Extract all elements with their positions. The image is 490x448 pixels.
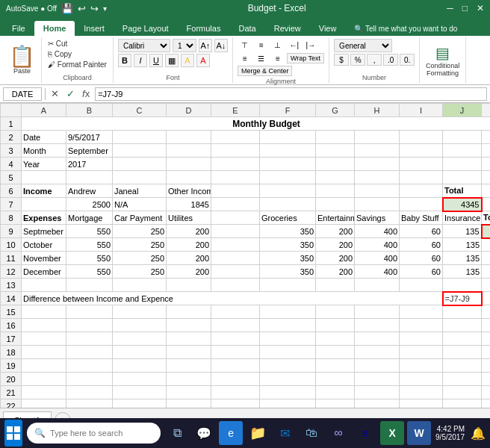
cell-G10[interactable]: 200 xyxy=(316,238,355,252)
cell-E20[interactable] xyxy=(211,373,260,386)
cell-D2[interactable] xyxy=(167,131,211,144)
cell-E17[interactable] xyxy=(211,332,260,346)
cell-C9[interactable]: 250 xyxy=(113,225,167,238)
excel-icon[interactable]: X xyxy=(380,421,404,445)
cell-reference-box[interactable] xyxy=(3,87,42,101)
cell-G4[interactable] xyxy=(316,158,355,171)
cell-F12[interactable]: 350 xyxy=(260,265,316,279)
cell-B2[interactable]: 9/5/2017 xyxy=(66,131,113,144)
cell-K16[interactable] xyxy=(482,319,491,332)
col-header-G[interactable]: G xyxy=(316,104,355,117)
cell-E12[interactable] xyxy=(211,265,260,279)
cell-K19[interactable] xyxy=(482,359,491,373)
cell-C5[interactable] xyxy=(113,171,167,184)
edge-icon[interactable]: e xyxy=(219,421,243,445)
wrap-text-button[interactable]: Wrap Text xyxy=(287,53,324,63)
tab-view[interactable]: View xyxy=(310,21,346,36)
cell-C22[interactable] xyxy=(113,399,167,408)
cell-J4[interactable] xyxy=(443,158,482,171)
cell-D18[interactable] xyxy=(167,346,211,359)
cell-J5[interactable] xyxy=(443,171,482,184)
cell-B15[interactable] xyxy=(66,305,113,319)
cell-A7[interactable] xyxy=(22,198,66,211)
cell-J20[interactable] xyxy=(443,373,482,386)
cell-A18[interactable] xyxy=(22,346,66,359)
cell-B10[interactable]: 550 xyxy=(66,238,113,252)
decrease-font-btn[interactable]: A↓ xyxy=(214,39,228,52)
cell-G9[interactable]: 200 xyxy=(316,225,355,238)
align-left-btn[interactable]: ≡ xyxy=(238,52,252,64)
cell-B7[interactable]: 2500 xyxy=(66,198,113,211)
cell-A14-difference[interactable]: Difference between Income and Expence xyxy=(22,292,443,305)
currency-btn[interactable]: $ xyxy=(334,54,349,66)
cell-G5[interactable] xyxy=(316,171,355,184)
cell-E21[interactable] xyxy=(211,386,260,399)
cell-A4[interactable]: Year xyxy=(22,158,66,171)
cell-B9[interactable]: 550 xyxy=(66,225,113,238)
cell-G7[interactable] xyxy=(316,198,355,211)
number-format-select[interactable]: General xyxy=(334,39,392,52)
cell-K6[interactable] xyxy=(482,184,491,198)
cell-D12[interactable]: 200 xyxy=(167,265,211,279)
cell-D20[interactable] xyxy=(167,373,211,386)
cell-D17[interactable] xyxy=(167,332,211,346)
cell-G19[interactable] xyxy=(316,359,355,373)
cell-G20[interactable] xyxy=(316,373,355,386)
cell-F5[interactable] xyxy=(260,171,316,184)
cell-J21[interactable] xyxy=(443,386,482,399)
cell-D13[interactable] xyxy=(167,279,211,292)
cell-I19[interactable] xyxy=(400,359,443,373)
cell-J2[interactable] xyxy=(443,131,482,144)
cell-C4[interactable] xyxy=(113,158,167,171)
cell-F18[interactable] xyxy=(260,346,316,359)
cell-B6[interactable]: Andrew xyxy=(66,184,113,198)
cell-B5[interactable] xyxy=(66,171,113,184)
cell-J13[interactable] xyxy=(443,279,482,292)
tab-formulas[interactable]: Formulas xyxy=(178,21,230,36)
cell-H15[interactable] xyxy=(355,305,400,319)
word-icon[interactable]: W xyxy=(407,421,431,445)
col-header-H[interactable]: H xyxy=(355,104,400,117)
tab-review[interactable]: Review xyxy=(265,21,310,36)
cell-E10[interactable] xyxy=(211,238,260,252)
cell-K11[interactable]: 2145 xyxy=(482,252,491,265)
mail-icon[interactable]: ✉ xyxy=(273,421,297,445)
cell-I3[interactable] xyxy=(400,144,443,158)
formula-input[interactable] xyxy=(95,87,487,101)
cell-K14[interactable] xyxy=(482,292,491,305)
title-bar-controls[interactable]: ─ □ ✕ xyxy=(447,3,484,13)
cell-J11[interactable]: 135 xyxy=(443,252,482,265)
cell-C21[interactable] xyxy=(113,386,167,399)
cell-C8[interactable]: Car Payment xyxy=(113,211,167,225)
align-middle-btn[interactable]: ≡ xyxy=(254,39,269,51)
cell-G17[interactable] xyxy=(316,332,355,346)
cell-E9[interactable] xyxy=(211,225,260,238)
cell-E13[interactable] xyxy=(211,279,260,292)
cell-K17[interactable] xyxy=(482,332,491,346)
cortana-icon[interactable]: 💬 xyxy=(192,421,216,445)
taskbar-search-box[interactable]: 🔍 xyxy=(27,423,161,444)
cell-E7[interactable] xyxy=(211,198,260,211)
cell-I22[interactable] xyxy=(400,399,443,408)
cell-F11[interactable]: 350 xyxy=(260,252,316,265)
start-button[interactable] xyxy=(4,420,22,447)
cell-C7[interactable]: N/A xyxy=(113,198,167,211)
cell-I18[interactable] xyxy=(400,346,443,359)
cell-J12[interactable]: 135 xyxy=(443,265,482,279)
cell-D10[interactable]: 200 xyxy=(167,238,211,252)
cell-I5[interactable] xyxy=(400,171,443,184)
col-header-K[interactable]: K xyxy=(482,104,491,117)
cell-F15[interactable] xyxy=(260,305,316,319)
taskbar-search-input[interactable] xyxy=(50,429,153,438)
cell-F2[interactable] xyxy=(260,131,316,144)
cell-H11[interactable]: 400 xyxy=(355,252,400,265)
cell-F3[interactable] xyxy=(260,144,316,158)
cell-H4[interactable] xyxy=(355,158,400,171)
save-icon[interactable]: 💾 xyxy=(61,3,73,14)
cell-E15[interactable] xyxy=(211,305,260,319)
align-center-btn[interactable]: ☰ xyxy=(254,52,269,64)
font-size-select[interactable]: 11 xyxy=(173,39,196,52)
cell-D6[interactable]: Other Income xyxy=(167,184,211,198)
cell-D4[interactable] xyxy=(167,158,211,171)
cell-K3[interactable] xyxy=(482,144,491,158)
